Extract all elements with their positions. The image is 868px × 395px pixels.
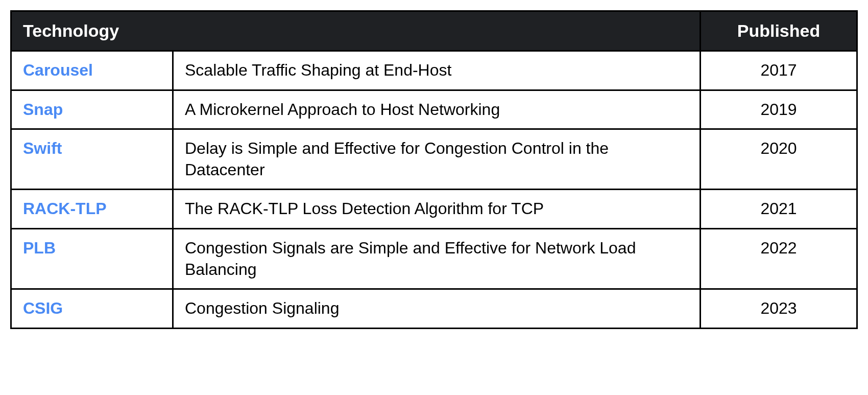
technology-link[interactable]: RACK-TLP xyxy=(23,199,107,218)
technology-published: 2023 xyxy=(701,289,857,329)
technology-published: 2020 xyxy=(701,129,857,190)
technology-description: A Microkernel Approach to Host Networkin… xyxy=(173,90,701,129)
technology-description: Delay is Simple and Effective for Conges… xyxy=(173,129,701,190)
table-row: PLB Congestion Signals are Simple and Ef… xyxy=(11,228,857,289)
table-header-row: Technology Published xyxy=(11,11,857,51)
technology-description: Scalable Traffic Shaping at End-Host xyxy=(173,51,701,90)
technology-published: 2021 xyxy=(701,190,857,229)
technology-table: Technology Published Carousel Scalable T… xyxy=(10,10,858,329)
table-row: RACK-TLP The RACK-TLP Loss Detection Alg… xyxy=(11,190,857,229)
technology-link[interactable]: PLB xyxy=(23,239,56,257)
table-row: Carousel Scalable Traffic Shaping at End… xyxy=(11,51,857,90)
technology-description: Congestion Signaling xyxy=(173,289,701,329)
technology-published: 2017 xyxy=(701,51,857,90)
technology-description: Congestion Signals are Simple and Effect… xyxy=(173,228,701,289)
header-technology: Technology xyxy=(11,11,701,51)
technology-link[interactable]: Swift xyxy=(23,139,62,157)
technology-published: 2019 xyxy=(701,90,857,129)
table-row: Snap A Microkernel Approach to Host Netw… xyxy=(11,90,857,129)
technology-link[interactable]: CSIG xyxy=(23,299,63,317)
technology-published: 2022 xyxy=(701,228,857,289)
technology-description: The RACK-TLP Loss Detection Algorithm fo… xyxy=(173,190,701,229)
header-published: Published xyxy=(701,11,857,51)
technology-link[interactable]: Carousel xyxy=(23,61,93,79)
technology-link[interactable]: Snap xyxy=(23,100,63,119)
table-row: CSIG Congestion Signaling 2023 xyxy=(11,289,857,329)
table-row: Swift Delay is Simple and Effective for … xyxy=(11,129,857,190)
